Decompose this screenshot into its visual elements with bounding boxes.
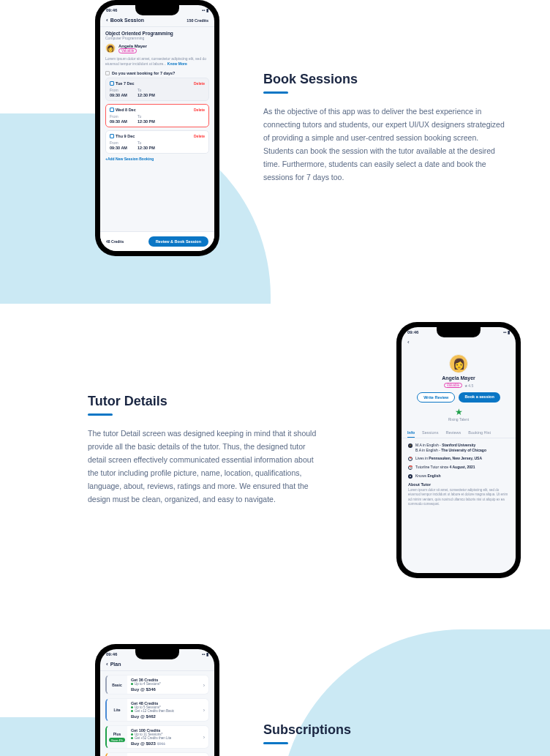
calendar-icon — [110, 108, 114, 112]
header-title: Plan — [110, 662, 121, 667]
tutor-badge: Valuable — [118, 48, 137, 53]
write-review-button[interactable]: Write Review — [417, 392, 455, 403]
section-description: The tutor Detail screen was designed kee… — [88, 427, 323, 506]
back-arrow-icon: ‹ — [106, 661, 108, 667]
session-card[interactable]: Thu 9 Dec Delete From09:30 AM To12:30 PM — [105, 130, 209, 154]
about-text: Lorem ipsum dolor sit amet, consectetur … — [408, 488, 509, 506]
credits-display: 150 Credits — [187, 18, 208, 23]
seven-days-checkbox[interactable]: Do you want booking for 7 days? — [105, 69, 209, 78]
phone-mockup-tutor-details: 09:46 ▪▪ ▮ ‹ 👩 Angela Mayer Valuable ★ 4… — [396, 322, 521, 578]
status-time: 09:46 — [106, 652, 117, 656]
status-indicators: ▪▪ ▮ — [202, 7, 208, 12]
session-date: Thu 9 Dec — [116, 134, 135, 138]
tab-booking-hist[interactable]: Booking Hist — [468, 430, 491, 438]
session-date: Wed 8 Dec — [116, 108, 136, 112]
calendar-icon — [110, 134, 114, 138]
calendar-icon — [110, 81, 114, 86]
section-heading: Subscriptions — [263, 722, 506, 738]
plan-card-basic[interactable]: Basic Get 36 Credits Up to 4 Sessions* B… — [105, 675, 209, 695]
review-book-button[interactable]: Review & Book Session — [148, 236, 208, 247]
tab-info[interactable]: Info — [407, 430, 415, 438]
chevron-right-icon: › — [203, 708, 205, 713]
heading-underline — [88, 413, 113, 416]
avatar: 👩 — [449, 354, 468, 373]
session-card[interactable]: Tue 7 Dec Delete From09:30 AM To12:30 PM — [105, 78, 209, 101]
add-new-session-link[interactable]: +Add New Session Booking — [105, 157, 209, 161]
back-arrow-icon: ‹ — [106, 17, 108, 23]
section-heading: Book Sessions — [263, 72, 506, 87]
session-card[interactable]: Wed 8 Dec Delete From09:30 AM To12:30 PM — [105, 104, 209, 127]
plan-card-plus[interactable]: PlusSave 4% Get 100 Credits Up to 11 Ses… — [105, 725, 209, 749]
tutor-name: Angela Mayer — [118, 44, 147, 48]
status-indicators: ▪▪ ▮ — [503, 329, 510, 334]
checkbox-icon — [105, 71, 110, 75]
status-time: 09:46 — [106, 8, 117, 12]
header-title: Book Session — [110, 18, 144, 23]
tutor-badge: Valuable — [444, 383, 462, 388]
plan-card-pro[interactable]: ProSave 5% Get 200 Credits Up to 22 Sess… — [105, 752, 209, 756]
status-indicators: ▪▪ ▮ — [202, 651, 208, 656]
session-date: Tue 7 Dec — [116, 81, 135, 86]
location-icon: 📍 — [408, 457, 412, 461]
tab-reviews[interactable]: Reviews — [445, 430, 461, 438]
language-icon: ● — [408, 474, 412, 479]
book-session-button[interactable]: Book a session — [459, 392, 500, 403]
course-title: Object Oriented Programming — [105, 31, 209, 36]
section-description: As the objective of this app was to deli… — [263, 105, 506, 184]
plan-card-lite[interactable]: Lite Get 48 Credits Up to 5 Sessions* Ge… — [105, 698, 209, 722]
star-icon: ★ — [402, 407, 516, 417]
delete-link[interactable]: Delete — [194, 108, 205, 112]
header-back[interactable]: ‹ Book Session — [106, 17, 144, 23]
education-icon: 🎓 — [408, 444, 412, 448]
delete-link[interactable]: Delete — [194, 134, 205, 138]
course-subtitle: Computer Programming — [105, 36, 209, 40]
heading-underline — [263, 91, 288, 94]
chevron-right-icon: › — [203, 682, 205, 687]
status-time: 09:46 — [407, 330, 418, 334]
tab-sessions[interactable]: Sessions — [422, 430, 438, 438]
description-text: Lorem ipsum dolor sit amet, consectetur … — [105, 56, 209, 66]
rising-talent-label: Rising Talent — [402, 417, 516, 422]
avatar: 👩 — [105, 43, 116, 53]
know-more-link[interactable]: Know More — [167, 61, 187, 66]
tutor-name: Angela Mayer — [402, 375, 516, 381]
calendar-icon: 📅 — [408, 465, 412, 470]
phone-mockup-subscriptions: 09:46 ▪▪ ▮ ‹ Plan Basic Get 36 Credits U… — [95, 644, 219, 756]
header-back[interactable]: ‹ Plan — [106, 661, 121, 667]
chevron-right-icon: › — [203, 735, 205, 740]
rating: ★ 4.5 — [464, 383, 473, 388]
bottom-credits: 48 Credits — [106, 239, 124, 244]
delete-link[interactable]: Delete — [194, 81, 205, 86]
phone-mockup-book-session: 09:46 ▪▪ ▮ ‹ Book Session 150 Credits Ob… — [95, 0, 219, 256]
section-heading: Tutor Details — [88, 394, 323, 409]
heading-underline — [263, 742, 288, 744]
back-arrow-icon[interactable]: ‹ — [407, 339, 410, 345]
about-heading: About Tutor — [408, 482, 509, 487]
